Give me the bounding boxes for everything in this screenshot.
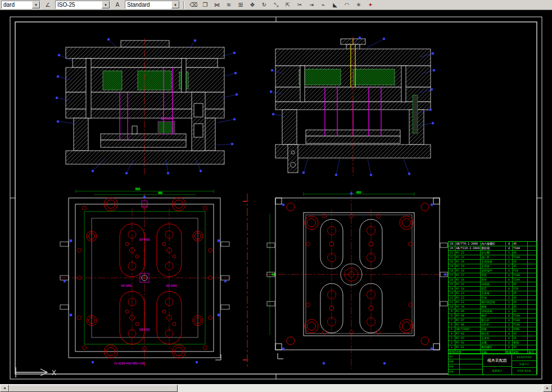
array-icon[interactable]: ⊞ <box>235 1 246 10</box>
parts-cell-qty: 4 <box>506 246 513 250</box>
scrollbar-thumb[interactable] <box>9 385 178 392</box>
parts-table-row: 17MJ-17导套4T10A <box>449 273 536 278</box>
parts-cell-name: 动模板 <box>481 282 506 286</box>
offset-icon[interactable]: ≋ <box>223 1 234 10</box>
break-icon[interactable]: ⌁ <box>318 1 329 10</box>
parts-cell-mat: 45 <box>513 336 528 340</box>
sig-value <box>460 354 482 359</box>
parts-cell-note <box>528 336 536 340</box>
parts-cell-code: MJ-22 <box>455 251 481 255</box>
sig-label: 制图 <box>449 359 460 364</box>
scroll-right-button[interactable]: ► <box>543 385 552 392</box>
parts-cell-no: 24 <box>449 242 455 246</box>
parts-cell-qty: 1 <box>506 291 513 295</box>
extend-icon[interactable]: ⇥ <box>306 1 317 10</box>
parts-cell-mat: 45 <box>513 242 528 246</box>
chevron-down-icon[interactable]: ▼ <box>102 1 110 8</box>
parts-cell-no: 7 <box>449 318 455 322</box>
parts-cell-no: 14 <box>449 287 455 291</box>
properties-icon[interactable]: ✦ <box>365 1 376 10</box>
parts-cell-qty: 1 <box>506 305 513 309</box>
part-label: SB-A55 <box>139 328 150 331</box>
parts-cell-qty: 1 <box>506 300 513 304</box>
parts-cell-qty: 4 <box>506 327 513 331</box>
parts-cell-qty: 4 <box>506 318 513 322</box>
parts-table-row: 20MJ-20定模座板145 <box>449 260 536 264</box>
trim-icon[interactable]: ✂ <box>294 1 305 10</box>
parts-cell-mat: P20 <box>513 287 528 291</box>
parts-cell-qty: 1 <box>506 260 513 264</box>
guide-bushings <box>287 203 429 345</box>
scale-icon[interactable]: ⤡ <box>270 1 282 10</box>
parts-cell-mat: T10A <box>513 246 528 250</box>
copy-icon[interactable]: ❐ <box>200 1 211 10</box>
sheet-row: 共1张 第1张 <box>512 368 536 375</box>
parts-table-row: 19MJ-19定模板145 <box>449 264 536 269</box>
modify-toolbar: ⌫❐⋈≋⊞✥↻⤡⇱✂⇥⌁◣◠✳✦ <box>188 1 376 10</box>
parts-cell-name: 内六角螺钉 <box>481 242 506 246</box>
parts-cell-qty: 1 <box>506 251 513 255</box>
parts-table-row: 24GB/T70.1-2000内六角螺钉445 <box>449 242 536 246</box>
parts-cell-no: 23 <box>449 246 455 250</box>
parts-table-row: 5GB/T2089弹簧465Mn <box>449 327 536 332</box>
parts-cell-mat: T10A <box>513 273 528 277</box>
parts-cell-note <box>528 264 536 268</box>
parts-cell-name: 型腔镶件 <box>481 269 506 273</box>
parts-cell-no: 1 <box>449 345 455 349</box>
parts-table-row: 1MJ-01紧固螺钉645 <box>449 345 536 350</box>
style-combo[interactable]: dard ▼ <box>1 1 40 9</box>
move-icon[interactable]: ✥ <box>247 1 258 10</box>
parts-cell-mat: 45 <box>513 291 528 295</box>
parts-cell-no: 19 <box>449 264 455 268</box>
parts-cell-name: 推杆 <box>481 314 506 318</box>
parts-cell-code: MJ-19 <box>455 264 481 268</box>
textstyle-combo[interactable]: Standard ▼ <box>125 1 180 9</box>
parts-table-row: 11MJ-11推杆固定板145 <box>449 300 536 305</box>
parts-table-row: 21MJ-21浇口套1T10A <box>449 255 536 260</box>
parts-cell-no: 6 <box>449 323 455 327</box>
parts-cell-mat: 45 <box>513 260 528 264</box>
chevron-down-icon[interactable]: ▼ <box>171 1 179 8</box>
parts-cell-code: MJ-06 <box>455 323 481 327</box>
sig-label: 校核 <box>449 364 460 369</box>
parts-cell-no: 13 <box>449 291 455 295</box>
plate-outlines <box>275 198 440 350</box>
parts-cell-code: MJ-14 <box>455 287 481 291</box>
dimstyle-combo[interactable]: ISO-25 ▼ <box>55 1 110 9</box>
organization: 模具设计 <box>483 367 511 375</box>
parts-cell-name: 浇口套 <box>481 255 506 259</box>
text-style-icon[interactable]: A <box>112 1 123 10</box>
dim-width-label: 550 <box>135 187 141 191</box>
parts-cell-mat: 65Mn <box>513 327 528 331</box>
parts-table-header: 序号 代号 名称 数量 材料 备注 <box>449 350 536 354</box>
chevron-down-icon[interactable]: ▼ <box>32 1 40 8</box>
section-view-top-right <box>269 37 437 177</box>
dim-style-icon[interactable]: ∠ <box>42 1 53 10</box>
stretch-icon[interactable]: ⇱ <box>282 1 293 10</box>
parts-cell-code: MJ-03 <box>455 336 481 340</box>
parts-table-row: 13MJ-13支承板145 <box>449 291 536 296</box>
parts-cell-no: 3 <box>449 336 455 340</box>
horizontal-scrollbar[interactable]: ◄ ► <box>0 384 552 392</box>
drawing-canvas[interactable]: SP-N55 <box>0 10 552 384</box>
chamfer-icon[interactable]: ◣ <box>329 1 341 10</box>
x-axis-label: X <box>52 369 56 377</box>
title-block-center: 模具装配图 模具设计 <box>483 354 512 375</box>
parts-cell-name: 导套 <box>481 273 506 277</box>
parts-cell-name: 推板 <box>481 305 506 309</box>
parts-cell-note <box>528 332 536 336</box>
plan-view-bottom-left: 550 450 <box>59 186 230 367</box>
parts-cell-no: 20 <box>449 260 455 264</box>
parts-table-body: 24GB/T70.1-2000内六角螺钉44523GB/T119.2-2000圆… <box>449 242 536 350</box>
sig-label: 设计 <box>449 354 460 359</box>
rotate-icon[interactable]: ↻ <box>259 1 270 10</box>
mirror-icon[interactable]: ⋈ <box>211 1 223 10</box>
parts-cell-qty: 4 <box>506 336 513 340</box>
fillet-icon[interactable]: ◠ <box>341 1 352 10</box>
explode-icon[interactable]: ✳ <box>353 1 364 10</box>
parts-cell-mat: 45 <box>513 251 528 255</box>
parts-table-row: 14MJ-14型芯4P20 <box>449 287 536 291</box>
part-label: SP-N55 <box>160 117 173 120</box>
erase-icon[interactable]: ⌫ <box>188 1 199 10</box>
scroll-left-button[interactable]: ◄ <box>0 385 9 392</box>
